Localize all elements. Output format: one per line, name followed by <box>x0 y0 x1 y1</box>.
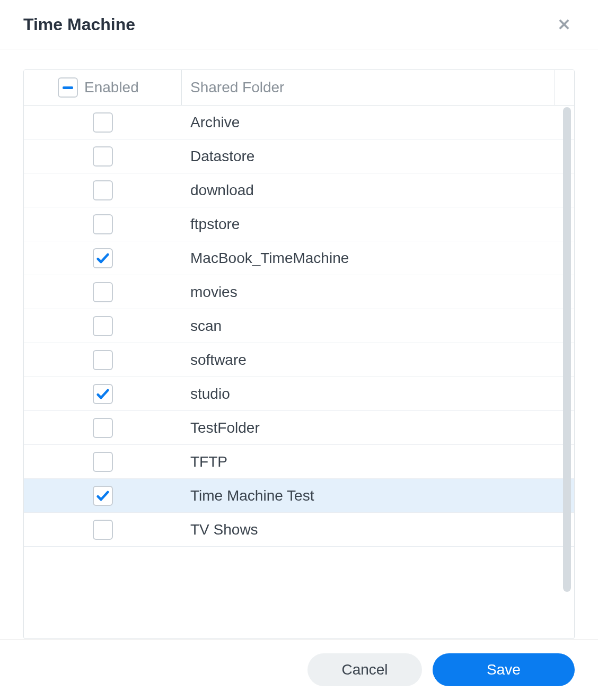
table-header-row: Enabled Shared Folder <box>24 70 574 106</box>
table-row[interactable]: scan <box>24 309 574 343</box>
row-enabled-cell <box>24 241 182 275</box>
row-enabled-cell <box>24 309 182 343</box>
enabled-header-label: Enabled <box>84 79 139 96</box>
row-enabled-cell <box>24 479 182 512</box>
table-row[interactable]: Time Machine Test <box>24 479 574 513</box>
row-checkbox[interactable] <box>93 350 113 370</box>
shared-folder-header-label: Shared Folder <box>190 79 284 96</box>
column-header-extra <box>555 70 574 105</box>
dialog-header: Time Machine <box>0 0 598 49</box>
row-enabled-cell <box>24 275 182 309</box>
table-row[interactable]: movies <box>24 275 574 309</box>
close-button[interactable] <box>553 14 575 35</box>
table-rows-container: ArchiveDatastoredownloadftpstoreMacBook_… <box>24 106 574 638</box>
row-checkbox[interactable] <box>93 282 113 302</box>
row-enabled-cell <box>24 343 182 377</box>
row-checkbox[interactable] <box>93 486 113 506</box>
row-checkbox[interactable] <box>93 418 113 438</box>
row-folder-name: Archive <box>182 106 574 139</box>
row-checkbox[interactable] <box>93 180 113 200</box>
row-checkbox[interactable] <box>93 214 113 234</box>
row-enabled-cell <box>24 377 182 410</box>
select-all-checkbox[interactable] <box>58 77 78 98</box>
table-row[interactable]: MacBook_TimeMachine <box>24 241 574 275</box>
row-checkbox[interactable] <box>93 248 113 268</box>
row-enabled-cell <box>24 411 182 444</box>
row-enabled-cell <box>24 106 182 139</box>
dialog-footer: Cancel Save <box>0 639 598 700</box>
dialog-body: Enabled Shared Folder ArchiveDatastoredo… <box>0 49 598 639</box>
row-folder-name: download <box>182 173 574 207</box>
row-folder-name: TFTP <box>182 445 574 478</box>
table-row[interactable]: ftpstore <box>24 207 574 241</box>
table-row[interactable]: TV Shows <box>24 513 574 547</box>
row-enabled-cell <box>24 513 182 546</box>
table-row[interactable]: TestFolder <box>24 411 574 445</box>
shared-folder-table: Enabled Shared Folder ArchiveDatastoredo… <box>23 69 575 639</box>
save-button[interactable]: Save <box>433 653 575 686</box>
scrollbar-track[interactable] <box>563 107 571 634</box>
row-checkbox[interactable] <box>93 316 113 336</box>
row-checkbox[interactable] <box>93 112 113 133</box>
row-enabled-cell <box>24 139 182 173</box>
row-checkbox[interactable] <box>93 146 113 167</box>
time-machine-dialog: Time Machine Enabled Shared Folder <box>0 0 598 700</box>
table-row[interactable]: software <box>24 343 574 377</box>
close-icon <box>557 17 571 32</box>
row-folder-name: studio <box>182 377 574 410</box>
column-header-shared-folder[interactable]: Shared Folder <box>182 70 555 105</box>
row-folder-name: movies <box>182 275 574 309</box>
row-folder-name: MacBook_TimeMachine <box>182 241 574 275</box>
row-folder-name: ftpstore <box>182 207 574 241</box>
row-checkbox[interactable] <box>93 384 113 404</box>
table-row[interactable]: Archive <box>24 106 574 139</box>
table-row[interactable]: download <box>24 173 574 207</box>
row-checkbox[interactable] <box>93 520 113 540</box>
row-enabled-cell <box>24 445 182 478</box>
row-folder-name: TestFolder <box>182 411 574 444</box>
row-folder-name: Datastore <box>182 139 574 173</box>
row-checkbox[interactable] <box>93 452 113 472</box>
dialog-title: Time Machine <box>23 15 135 34</box>
row-enabled-cell <box>24 173 182 207</box>
row-enabled-cell <box>24 207 182 241</box>
cancel-button[interactable]: Cancel <box>307 653 422 686</box>
scrollbar-thumb[interactable] <box>563 107 571 592</box>
row-folder-name: scan <box>182 309 574 343</box>
row-folder-name: software <box>182 343 574 377</box>
table-row[interactable]: TFTP <box>24 445 574 479</box>
table-row[interactable]: studio <box>24 377 574 411</box>
column-header-enabled[interactable]: Enabled <box>24 70 182 105</box>
table-row[interactable]: Datastore <box>24 139 574 173</box>
row-folder-name: Time Machine Test <box>182 479 574 512</box>
row-folder-name: TV Shows <box>182 513 574 546</box>
